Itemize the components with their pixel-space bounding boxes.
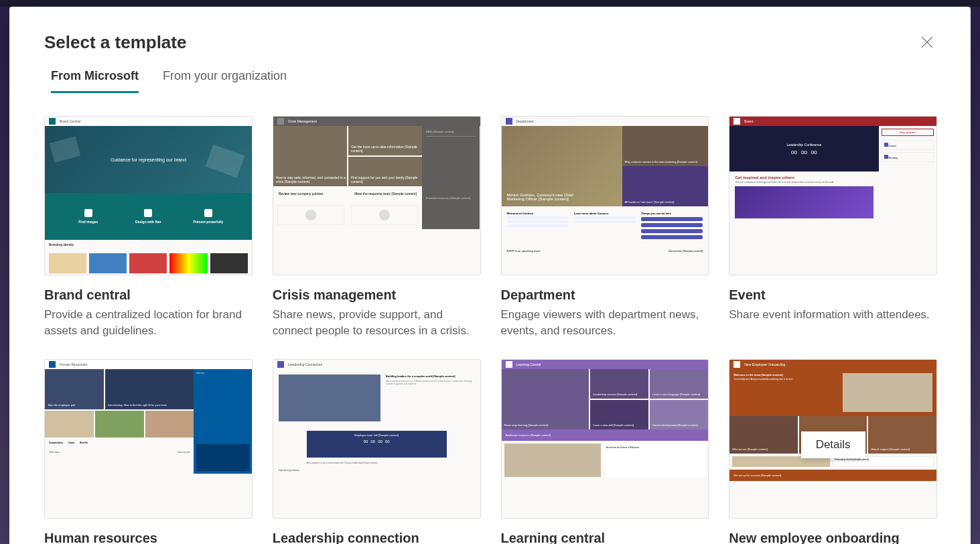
template-card-event[interactable]: Event Leadership Conference 000000 Get i… [729, 116, 937, 339]
template-card-learning-central[interactable]: Learning Central Never stop learning [Sa… [501, 359, 709, 544]
template-title: Crisis management [273, 287, 481, 303]
template-card-crisis-management[interactable]: Crisis Management How to stay safe, info… [273, 116, 481, 339]
close-icon [921, 36, 933, 48]
template-thumbnail: Brand Central Guidance for representing … [44, 116, 253, 275]
template-thumbnail: Department Miriam Graham, Contoso's new … [501, 116, 709, 275]
template-thumbnail: Event Leadership Conference 000000 Get i… [729, 116, 937, 275]
template-card-new-employee-onboarding[interactable]: Details New Employee Onboarding Welcome … [729, 359, 937, 544]
template-title: Leadership connection [273, 531, 481, 544]
app-top-bar [0, 0, 980, 7]
thumb-hero-text: Guidance for representing our brand [111, 157, 186, 162]
template-description: Share news, provide support, and connect… [273, 307, 481, 339]
modal-header: Select a template [9, 7, 971, 53]
template-thumbnail: Leadership Connection Building leaders f… [273, 359, 481, 519]
template-title: Event [729, 287, 937, 303]
thumb-header: Crisis Management [288, 119, 317, 123]
template-description: Share event information with attendees. [729, 307, 937, 323]
template-thumbnail: Human Resources Take the employee poll I… [44, 359, 253, 519]
tabs: From Microsoft From your organization [9, 53, 971, 93]
thumb-header: Learning Central [516, 362, 541, 366]
thumb-header: Brand Central [60, 119, 80, 123]
close-button[interactable] [917, 32, 937, 52]
thumb-header: Department [516, 119, 534, 123]
template-card-brand-central[interactable]: Brand Central Guidance for representing … [44, 116, 253, 339]
template-card-leadership-connection[interactable]: Leadership Connection Building leaders f… [273, 359, 481, 544]
details-button[interactable]: Details [801, 431, 865, 458]
thumb-header: Human Resources [60, 362, 87, 366]
template-title: Department [501, 287, 709, 303]
template-card-department[interactable]: Department Miriam Graham, Contoso's new … [501, 116, 709, 339]
thumb-header: Leadership Connection [288, 362, 322, 366]
template-thumbnail: Learning Central Never stop learning [Sa… [501, 359, 709, 519]
template-title: Learning central [501, 531, 709, 544]
template-description: Provide a centralized location for brand… [44, 307, 253, 339]
modal-title: Select a template [44, 32, 186, 53]
tab-from-organization[interactable]: From your organization [163, 69, 287, 93]
template-title: Human resources [44, 531, 253, 544]
template-description: Engage viewers with department news, eve… [501, 307, 709, 339]
template-thumbnail: Crisis Management How to stay safe, info… [273, 116, 481, 275]
template-card-human-resources[interactable]: Human Resources Take the employee poll I… [44, 359, 253, 544]
template-title: New employee onboarding [729, 531, 937, 544]
template-grid: Brand Central Guidance for representing … [9, 93, 971, 544]
template-title: Brand central [44, 287, 253, 303]
tab-from-microsoft[interactable]: From Microsoft [51, 69, 139, 93]
thumb-header: New Employee Onboarding [744, 362, 785, 366]
thumb-header: Event [744, 119, 753, 123]
template-picker-modal: Select a template From Microsoft From yo… [9, 7, 971, 544]
